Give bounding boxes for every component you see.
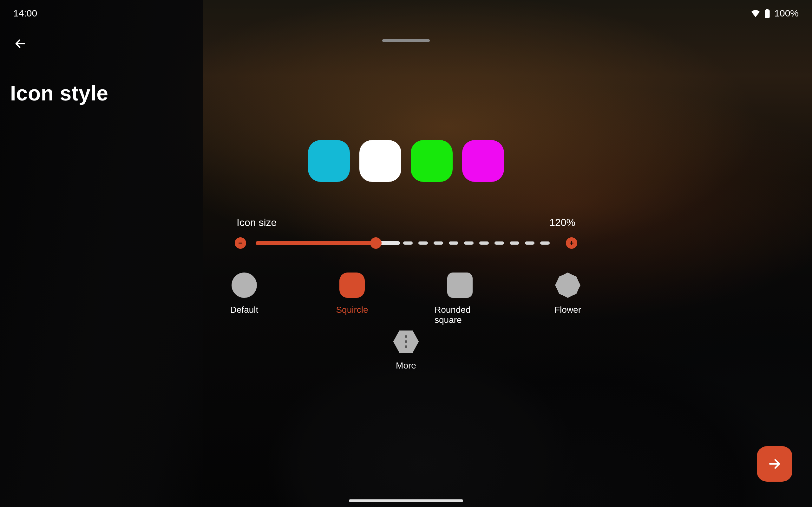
battery-icon [765, 9, 770, 18]
circle-icon [232, 273, 257, 298]
svg-rect-4 [571, 241, 572, 245]
status-battery-text: 100% [774, 8, 799, 19]
slider-dashes [403, 241, 556, 245]
shape-option-rounded-square[interactable]: Rounded square [435, 273, 485, 325]
rounded-square-icon [447, 273, 473, 298]
icon-preview-row [308, 140, 504, 182]
shape-option-flower[interactable]: Flower [542, 273, 593, 315]
arrow-right-icon [768, 457, 781, 471]
decrease-size-button[interactable] [235, 237, 246, 249]
arrow-left-icon [14, 38, 27, 50]
status-bar: 14:00 100% [0, 6, 812, 21]
increase-size-button[interactable] [566, 237, 577, 249]
drag-handle[interactable] [382, 39, 430, 42]
shape-more-row: More [393, 330, 419, 371]
preview-icon-1 [359, 140, 401, 182]
dim-overlay [0, 0, 812, 507]
squircle-icon [339, 273, 365, 298]
shape-option-squircle[interactable]: Squircle [327, 273, 377, 315]
shape-option-more[interactable]: More [393, 330, 419, 371]
more-dots-icon [405, 335, 407, 348]
page-title: Icon style [10, 81, 108, 105]
slider-fill [256, 241, 376, 245]
gesture-nav-bar[interactable] [349, 499, 463, 502]
preview-icon-2 [411, 140, 453, 182]
icon-size-section: Icon size 120% [235, 217, 577, 249]
shape-label-default: Default [230, 305, 258, 315]
next-button[interactable] [757, 446, 792, 482]
shape-label-more: More [396, 360, 416, 371]
status-time: 14:00 [13, 8, 37, 19]
shape-option-default[interactable]: Default [219, 273, 270, 315]
icon-size-slider[interactable] [256, 241, 556, 245]
shape-label-flower: Flower [554, 305, 581, 315]
flower-icon [555, 273, 580, 298]
status-right: 100% [751, 8, 799, 19]
preview-icon-0 [308, 140, 350, 182]
preview-icon-3 [462, 140, 504, 182]
shape-label-rounded-square: Rounded square [435, 305, 485, 325]
icon-size-value: 120% [549, 217, 575, 228]
shape-label-squircle: Squircle [336, 305, 368, 315]
shape-options-row: Default Squircle Rounded square Flower [219, 273, 593, 325]
hexagon-icon [393, 330, 419, 354]
wifi-icon [751, 9, 760, 17]
svg-rect-0 [766, 9, 768, 10]
plus-icon [568, 239, 575, 246]
slider-thumb[interactable] [370, 237, 382, 249]
minus-icon [237, 239, 244, 246]
svg-rect-2 [239, 243, 243, 244]
icon-size-label: Icon size [237, 217, 276, 228]
back-button[interactable] [10, 34, 31, 54]
svg-rect-1 [765, 10, 770, 18]
